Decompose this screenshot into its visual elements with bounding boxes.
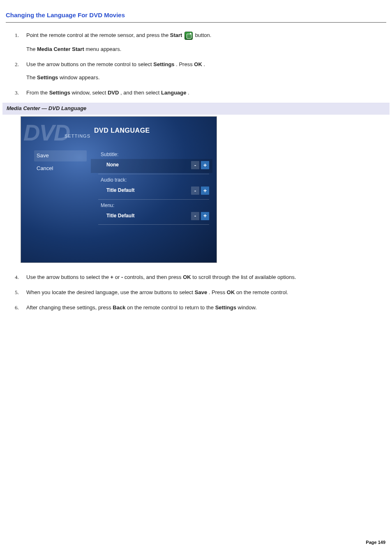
text: on the remote control to return to the <box>127 304 215 311</box>
bold-ok: OK <box>183 274 191 280</box>
mc-subtitle-label: Subtitle: <box>91 150 212 159</box>
text: window. <box>238 304 257 311</box>
mc-header: DVD SETTINGS DVD LANGUAGE <box>21 117 217 143</box>
text: . Press <box>176 61 194 67</box>
step-text: Point the remote control at the remote s… <box>26 32 386 40</box>
step-text: The Media Center Start menu appears. <box>26 46 386 53</box>
mc-subtitle-plus-button[interactable]: + <box>201 161 209 169</box>
mc-subtitle-value: None <box>98 160 189 170</box>
step-text: From the Settings window, select DVD , a… <box>26 89 386 97</box>
step-number: 5. <box>15 289 19 297</box>
page-number-footer: Page 149 <box>366 539 385 546</box>
bold-settings: Settings <box>49 90 70 96</box>
mc-menu-plus-button[interactable]: + <box>201 212 209 220</box>
mc-menu-value: Title Default <box>98 211 189 221</box>
mc-body: Save Cancel Subtitle: None - + Audio tra… <box>21 143 217 226</box>
text: . <box>203 61 205 67</box>
text: After changing these settings, press <box>26 304 113 311</box>
mc-title: DVD LANGUAGE <box>94 126 150 135</box>
mc-bg-text: DVD <box>23 116 69 149</box>
mc-right-panel: Subtitle: None - + Audio track: Title De… <box>91 150 212 226</box>
text: window appears. <box>60 74 100 81</box>
bold-settings: Settings <box>37 74 58 81</box>
step-number: 4. <box>15 274 19 281</box>
text: Use the arrow buttons on the remote cont… <box>26 61 153 67</box>
instruction-list-cont: 4. Use the arrow buttons to select the +… <box>6 274 386 312</box>
text: Use the arrow buttons to select the <box>26 274 111 280</box>
start-button-icon <box>184 32 193 40</box>
bold-settings: Settings <box>153 61 174 67</box>
text: . Press <box>209 289 227 295</box>
step-text: The Settings window appears. <box>26 74 386 82</box>
bold-ok: OK <box>194 61 202 67</box>
bold-language: Language <box>161 90 186 96</box>
text: on the remote control. <box>236 289 288 295</box>
text: to scroll through the list of available … <box>192 274 296 280</box>
mc-subtitle-row: None - + <box>91 159 212 173</box>
text: , and then select <box>120 90 161 96</box>
mc-audio-row: Title Default - + <box>91 184 212 198</box>
divider <box>98 174 209 174</box>
divider <box>98 224 209 225</box>
text: menu appears. <box>86 46 122 52</box>
mc-audio-label: Audio track: <box>91 175 212 184</box>
title-rule <box>6 22 386 23</box>
step-text: When you locate the desired language, us… <box>26 289 386 297</box>
step-number: 6. <box>15 304 19 312</box>
page-title: Changing the Language For DVD Movies <box>6 11 386 20</box>
divider <box>98 199 209 200</box>
step-text: Use the arrow buttons on the remote cont… <box>26 61 386 69</box>
text: button. <box>195 32 212 38</box>
text: . <box>188 90 189 96</box>
step-text: After changing these settings, press Bac… <box>26 304 386 312</box>
bold-dvd: DVD <box>108 90 119 96</box>
mc-left-panel: Save Cancel <box>25 150 87 226</box>
bold-settings: Settings <box>215 304 236 311</box>
text: The <box>26 46 37 52</box>
bold-plus: + <box>111 274 114 280</box>
text: controls, and then press <box>125 274 183 280</box>
mc-cancel-button[interactable]: Cancel <box>34 163 87 174</box>
bold-minus: - <box>121 274 123 280</box>
mc-menu-minus-button[interactable]: - <box>191 212 199 220</box>
step-6: 6. After changing these settings, press … <box>6 304 386 312</box>
step-3: 3. From the Settings window, select DVD … <box>6 89 386 97</box>
step-1: 1. Point the remote control at the remot… <box>6 32 386 53</box>
mc-audio-plus-button[interactable]: + <box>201 187 209 195</box>
step-5: 5. When you locate the desired language,… <box>6 289 386 297</box>
text: Point the remote control at the remote s… <box>26 32 170 38</box>
mc-subtitle-minus-button[interactable]: - <box>191 161 199 169</box>
step-text: Use the arrow buttons to select the + or… <box>26 274 386 281</box>
mc-save-button[interactable]: Save <box>34 150 87 161</box>
step-number: 1. <box>15 32 19 39</box>
mc-menu-row: Title Default - + <box>91 210 212 223</box>
mc-menu-label: Menu: <box>91 200 212 210</box>
step-4: 4. Use the arrow buttons to select the +… <box>6 274 386 281</box>
bold-ok: OK <box>227 289 235 295</box>
media-center-screenshot: DVD SETTINGS DVD LANGUAGE Save Cancel Su… <box>21 116 217 263</box>
step-number: 2. <box>15 61 19 69</box>
text: From the <box>26 90 49 96</box>
bold-start: Start <box>170 32 182 38</box>
mc-audio-minus-button[interactable]: - <box>191 187 199 195</box>
figure-caption: Media Center — DVD Language <box>2 103 390 115</box>
text: window, select <box>72 90 108 96</box>
step-number: 3. <box>15 89 19 97</box>
bold-back: Back <box>113 304 125 311</box>
bold-save: Save <box>195 289 207 295</box>
text: The <box>26 74 37 81</box>
mc-audio-value: Title Default <box>98 185 189 196</box>
text: or <box>115 274 121 280</box>
instruction-list: 1. Point the remote control at the remot… <box>6 32 386 97</box>
step-2: 2. Use the arrow buttons on the remote c… <box>6 61 386 82</box>
text: When you locate the desired language, us… <box>26 289 195 295</box>
bold-media-center-start: Media Center Start <box>37 46 84 52</box>
mc-settings-label: SETTINGS <box>65 133 90 140</box>
